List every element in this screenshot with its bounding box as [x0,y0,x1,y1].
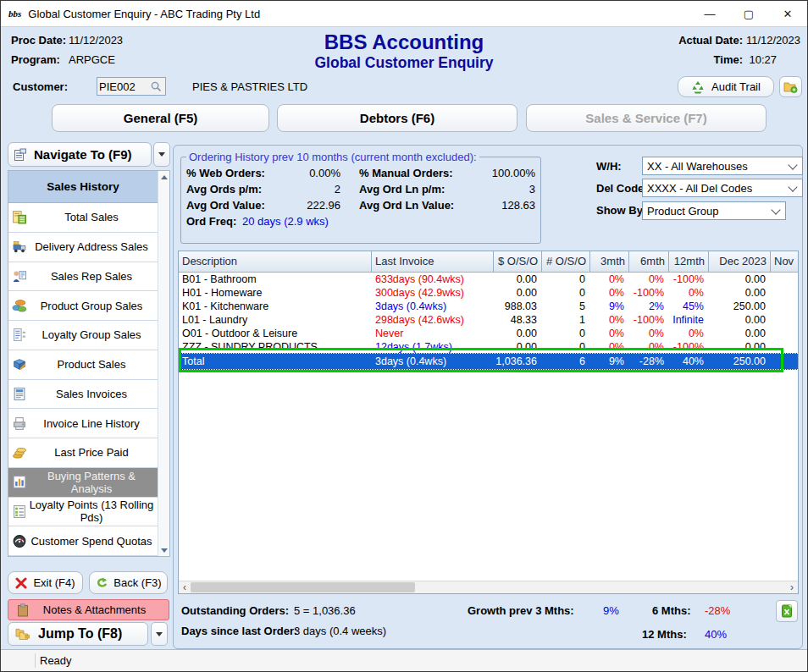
sidebar-item-last-price-paid[interactable]: Last Price Paid [8,438,158,468]
loyalty-group-icon [12,328,27,342]
table-row[interactable]: O01 - Outdoor & Leisure Never 0.00 0 0% … [179,327,798,340]
avg-ord-value-value: 222.96 [281,199,340,212]
clipboard-icon [17,603,29,617]
scroll-down-icon[interactable] [158,544,169,556]
ord-freq-value: 20 days (2.9 wks) [242,215,329,228]
tab-debtors[interactable]: Debtors (F6) [277,104,517,132]
back-arrow-icon [95,576,108,589]
window-title: Global Customer Enquiry - ABC Trading Pt… [28,8,260,20]
web-orders-value: 0.00% [281,167,340,179]
statusbar-divider [35,653,36,668]
ordering-history-panel: Ordering History prev 10 months (current… [180,151,541,244]
scroll-left-icon[interactable]: ‹ [179,581,191,593]
customer-code-box[interactable] [97,77,166,96]
navigate-icon [14,148,27,162]
audit-trail-label: Audit Trail [711,80,761,93]
growth-3mths-value: 9% [603,604,619,617]
jump-to-button[interactable]: Jump To (F8) [8,622,148,646]
avg-ord-ln-label: Avg Ord Ln p/m: [359,183,476,196]
col-last-invoice[interactable]: Last Invoice [372,251,494,272]
actual-date-value: 11/12/2023 [746,34,800,47]
col-12mth[interactable]: 12mth [669,251,709,272]
chevron-down-icon [158,152,165,157]
col-nov-2023[interactable]: Nov 2023 [771,251,796,272]
chevron-down-icon [788,182,797,191]
product-sales-icon [12,357,27,372]
sidebar-item-delivery-address-sales[interactable]: Delivery Address Sales [8,233,158,262]
sidebar-item-loyalty-points[interactable]: Loyalty Points (13 Rolling Pds) [8,498,158,527]
col-os-amount[interactable]: $ O/S/O [494,251,542,272]
attachments-folder-button[interactable] [779,76,802,97]
total-sales-icon [12,210,27,224]
col-description[interactable]: Description [179,251,372,272]
actual-date-label: Actual Date: [678,34,743,47]
sidebar-item-sales-rep-sales[interactable]: Sales Rep Sales [8,262,158,292]
warehouse-select[interactable]: XX - All Warehouses [642,157,803,175]
sidebar-item-total-sales[interactable]: Total Sales [8,203,158,233]
table-row[interactable]: H01 - Homeware 300days (42.9wks) 0.00 0 … [179,286,798,300]
audit-trail-button[interactable]: Audit Trail [678,76,774,97]
web-orders-label: % Web Orders: [186,167,281,179]
sidebar-item-product-sales[interactable]: Product Sales [8,350,158,380]
customer-name: PIES & PASTRIES LTD [192,80,307,93]
sidebar-item-customer-spend-quotas[interactable]: Customer Spend Quotas [8,526,158,556]
table-horizontal-scrollbar[interactable]: ‹ › [179,581,798,593]
customer-code-input[interactable] [97,78,150,95]
table-row[interactable]: L01 - Laundry 298days (42.6wks) 48.33 1 … [179,313,798,327]
maximize-button[interactable]: ▢ [729,1,768,26]
sidebar-nav-list: Sales History Total Sales Delivery Addre… [8,170,170,557]
table-row[interactable]: ZZZ - SUNDRY PRODUCTS 12days (1.7wks) 0.… [179,340,798,354]
main-panel: Ordering History prev 10 months (current… [173,145,803,649]
navigate-to-button[interactable]: Navigate To (F9) [8,142,152,167]
close-x-icon [15,577,27,589]
product-group-table: Description Last Invoice $ O/S/O # O/S/O… [178,251,799,594]
table-row[interactable]: K01 - Kitchenware 3days (0.4wks) 988.03 … [179,300,798,313]
col-os-count[interactable]: # O/S/O [542,251,590,272]
sidebar-item-product-group-sales[interactable]: Product Group Sales [8,291,158,321]
jump-dropdown-arrow[interactable] [151,622,168,646]
sidebar-scrollbar[interactable] [158,171,169,556]
col-dec-2023[interactable]: Dec 2023 [709,251,771,272]
product-group-icon [12,299,27,313]
navigate-dropdown-arrow[interactable] [153,142,170,167]
table-header[interactable]: Description Last Invoice $ O/S/O # O/S/O… [179,251,798,273]
table-row-total-selected[interactable]: Total 3days (0.4wks) 1,036.36 6 9% -28% … [179,354,798,369]
summary-panel: Outstanding Orders: 5 = 1,036.36 Days si… [178,598,799,647]
sidebar-item-invoice-line-history[interactable]: Invoice Line History [8,409,158,438]
show-by-label: Show By: [596,204,646,217]
scroll-up-icon[interactable] [158,171,169,183]
ord-freq-label: Ord Freq: [186,215,242,228]
export-excel-button[interactable] [776,600,798,622]
sidebar-item-loyalty-group-sales[interactable]: Loyalty Group Sales [8,321,158,350]
folder-add-icon [783,80,798,94]
tab-general[interactable]: General (F5) [52,104,269,132]
app-logo-icon: bbs [8,8,21,19]
minimize-button[interactable]: — [690,1,729,26]
show-by-select[interactable]: Product Group [642,201,786,220]
notes-attachments-button[interactable]: Notes & Attachments [8,599,169,620]
scroll-right-icon[interactable]: › [786,581,798,593]
chevron-down-icon [156,632,163,636]
manual-orders-value: 100.00% [476,167,535,179]
avg-ord-ln-value-value: 128.63 [476,199,535,212]
back-button[interactable]: Back (F3) [89,571,168,594]
scrollbar-thumb[interactable] [191,582,415,592]
growth-3mths-label: Growth prev 3 Mths: [468,604,574,617]
outstanding-orders-label: Outstanding Orders: [181,604,289,617]
screen-title: Global Customer Enquiry [1,54,807,72]
table-row[interactable]: B01 - Bathroom 633days (90.4wks) 0.00 0 … [179,273,798,286]
warehouse-label: W/H: [596,160,622,173]
close-button[interactable]: ✕ [768,1,807,26]
sidebar-item-buying-patterns-analysis[interactable]: Buying Patterns & Analysis [8,468,158,498]
exit-button[interactable]: Exit (F4) [8,571,83,594]
del-code-select[interactable]: XXXX - All Del Codes [642,179,803,197]
time-label: Time: [714,53,743,66]
search-icon[interactable] [150,80,163,93]
sidebar-item-sales-invoices[interactable]: Sales Invoices [8,380,158,410]
jump-folders-icon [15,627,30,641]
excel-icon [780,604,794,618]
col-3mth[interactable]: 3mth [590,251,629,272]
status-text: Ready [40,654,72,667]
col-6mth[interactable]: 6mth [629,251,669,272]
delivery-truck-icon [12,240,27,254]
